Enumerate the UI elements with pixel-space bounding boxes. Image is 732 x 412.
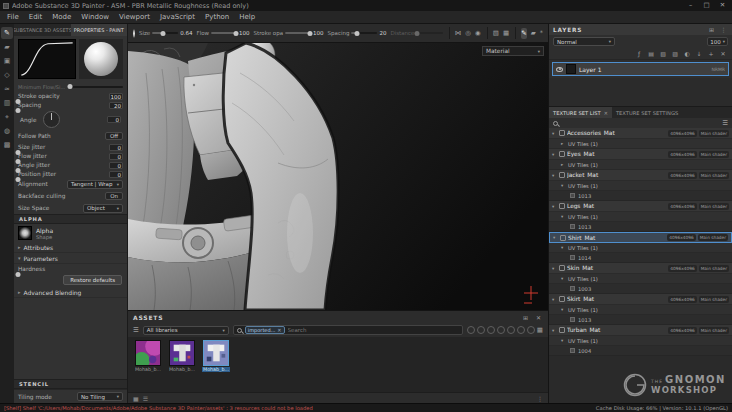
symmetry-icon[interactable]: ⋈ (455, 28, 462, 39)
menu-help[interactable]: Help (234, 11, 260, 24)
chevron-down-icon[interactable]: ▾ (552, 173, 557, 178)
uv-tiles-row[interactable]: ▸ UV Tiles (1) (549, 139, 732, 149)
uv-tiles-row[interactable]: ▾ UV Tiles (1) (549, 243, 732, 253)
alpha-thumbnail[interactable] (18, 226, 32, 240)
add-group-icon[interactable]: ▨ (670, 49, 680, 59)
filter-materials-icon[interactable] (467, 326, 475, 334)
delete-layer-icon[interactable]: ✕ (718, 49, 728, 59)
filter-alphas-icon[interactable] (507, 326, 515, 334)
chevron-down-icon[interactable]: ▾ (561, 307, 566, 312)
assets-more-icon[interactable]: ⋮ (537, 395, 543, 402)
toolbar-spacing-slider[interactable] (351, 32, 377, 34)
asset-item[interactable]: Mohab_b... (134, 340, 162, 372)
chevron-down-icon[interactable]: ▾ (561, 245, 566, 250)
grid-view-icon[interactable]: ▦ (537, 326, 543, 334)
layer-row-selected[interactable]: Layer 1 NRMR (552, 62, 729, 76)
clone-tool-icon[interactable]: ▥ (1, 97, 13, 109)
add-effect-icon[interactable]: ƒ (634, 49, 644, 59)
texture-set-row[interactable]: ▾ Jacket_Mat 4096x4096 Main shader (549, 170, 732, 181)
assets-search-input[interactable] (288, 327, 336, 333)
toolbar-spacing-value[interactable]: 20 (379, 30, 386, 36)
stroke-opacity-value[interactable]: 100 (109, 93, 124, 100)
add-fill-layer-icon[interactable]: ▧ (658, 49, 668, 59)
backface-culling-toggle[interactable]: On (105, 192, 123, 200)
list-options-icon[interactable]: ☰ (722, 119, 728, 127)
tab-texture-set-settings[interactable]: TEXTURE SET SETTINGS (612, 107, 682, 118)
uv-tiles-row[interactable]: ▾ UV Tiles (1) (549, 336, 732, 346)
asset-thumbnail[interactable] (169, 340, 195, 366)
viewport-material-dropdown[interactable]: Material ▾ (482, 46, 544, 56)
library-dropdown[interactable]: All libraries ▾ (143, 326, 229, 335)
viewport-3d[interactable]: Material ▾ (128, 43, 548, 310)
udim-tile-row[interactable]: 1013 (549, 315, 732, 325)
udim-tile-row[interactable]: 1014 (549, 253, 732, 263)
asset-thumbnail[interactable] (203, 340, 229, 366)
chevron-down-icon[interactable]: ▾ (561, 183, 566, 188)
material-picker-tool-icon[interactable]: ⌖ (1, 111, 13, 123)
flow-jitter-value[interactable]: 0 (109, 153, 123, 160)
list-view-icon[interactable]: ☰ (143, 395, 148, 402)
menu-window[interactable]: Window (76, 11, 114, 24)
uv-tiles-row[interactable]: ▾ UV Tiles (1) (549, 181, 732, 191)
toolbar-flow-value[interactable]: 100 (239, 30, 250, 36)
erase-mode-icon[interactable]: ▰ (531, 28, 536, 39)
angle-jitter-value[interactable]: 0 (109, 162, 123, 169)
tab-properties-paint[interactable]: PROPERTIES - PAINT (71, 24, 128, 36)
alignment-dropdown[interactable]: Tangent | Wrap ▾ (67, 180, 123, 189)
position-jitter-value[interactable]: 0 (109, 171, 123, 178)
texture-set-row[interactable]: ▾ Skirt_Mat 4096x4096 Main shader (549, 294, 732, 305)
udim-tile-row[interactable]: 1013 (549, 191, 732, 201)
filter-smart-materials-icon[interactable] (477, 326, 485, 334)
chevron-down-icon[interactable]: ▾ (552, 266, 557, 271)
brush-falloff-curve[interactable] (18, 39, 76, 79)
library-menu-icon[interactable]: ☰ (133, 326, 139, 334)
close-panel-icon[interactable]: ✕ (534, 314, 543, 321)
chevron-down-icon[interactable]: ▾ (552, 131, 557, 136)
filter-brushes-icon[interactable] (497, 326, 505, 334)
fill-mode-icon[interactable]: ▧ (493, 28, 499, 39)
menu-file[interactable]: File (2, 11, 24, 24)
toolbar-flow-slider[interactable] (211, 32, 237, 34)
spacing-value[interactable]: 20 (109, 102, 123, 109)
menu-python[interactable]: Python (200, 11, 234, 24)
import-layer-icon[interactable]: ↓ (694, 49, 704, 59)
geometry-mask-tool-icon[interactable]: ▩ (1, 139, 13, 151)
add-icon[interactable]: + (706, 49, 716, 59)
asset-item[interactable]: Mohab_b... (168, 340, 196, 372)
quick-mask-tool-icon[interactable]: ◍ (1, 125, 13, 137)
parameters-section[interactable]: ▾ Parameters (14, 253, 127, 264)
tab-texture-set-list[interactable]: TEXTURE SET LIST ✕ (549, 107, 612, 118)
tab-substance-3d-assets[interactable]: SUBSTANCE 3D ASSETS (14, 24, 71, 36)
smudge-tool-icon[interactable]: ≈ (1, 83, 13, 95)
udim-tile-row[interactable]: 1003 (549, 284, 732, 294)
chevron-down-icon[interactable]: ▾ (552, 204, 557, 209)
texture-set-row[interactable]: ▾ Legs_Mat 4096x4096 Main shader (549, 201, 732, 212)
pin-panel-icon[interactable]: ⊞ (521, 314, 530, 321)
maximize-button[interactable]: □ (700, 0, 713, 11)
menu-viewport[interactable]: Viewport (114, 11, 155, 24)
menu-mode[interactable]: Mode (47, 11, 76, 24)
alpha-row[interactable]: Alpha Shape (14, 224, 127, 242)
udim-tile-row[interactable]: 1013 (549, 222, 732, 232)
filter-smart-masks-icon[interactable] (487, 326, 495, 334)
chevron-right-icon[interactable]: ▸ (561, 162, 566, 167)
layer-visibility-icon[interactable] (556, 67, 563, 72)
texture-set-row[interactable]: ▾ Skin_Mat 4096x4096 Main shader (549, 263, 732, 274)
chevron-down-icon[interactable]: ▾ (561, 214, 566, 219)
angle-value[interactable]: 0 (107, 116, 121, 123)
angle-dial[interactable] (43, 111, 60, 128)
chevron-right-icon[interactable]: ▸ (561, 141, 566, 146)
toolbar-size-slider[interactable] (152, 32, 178, 34)
layer-opacity-field[interactable]: 100 ▾ (707, 37, 728, 46)
chevron-down-icon[interactable]: ▾ (552, 328, 557, 333)
tiling-mode-dropdown[interactable]: No Tiling ▾ (77, 392, 123, 401)
attributes-section[interactable]: ▸ Attributes (14, 242, 127, 253)
filter-textures-icon[interactable] (517, 326, 525, 334)
search-icon[interactable] (553, 121, 558, 126)
restore-defaults-button[interactable]: Restore defaults (63, 275, 122, 285)
size-jitter-value[interactable]: 0 (109, 144, 123, 151)
menu-edit[interactable]: Edit (24, 11, 48, 24)
search-filter-chip[interactable]: imported... ✕ (245, 326, 285, 334)
follow-path-toggle[interactable]: Off (105, 132, 123, 140)
remove-filter-icon[interactable]: ✕ (277, 327, 281, 334)
